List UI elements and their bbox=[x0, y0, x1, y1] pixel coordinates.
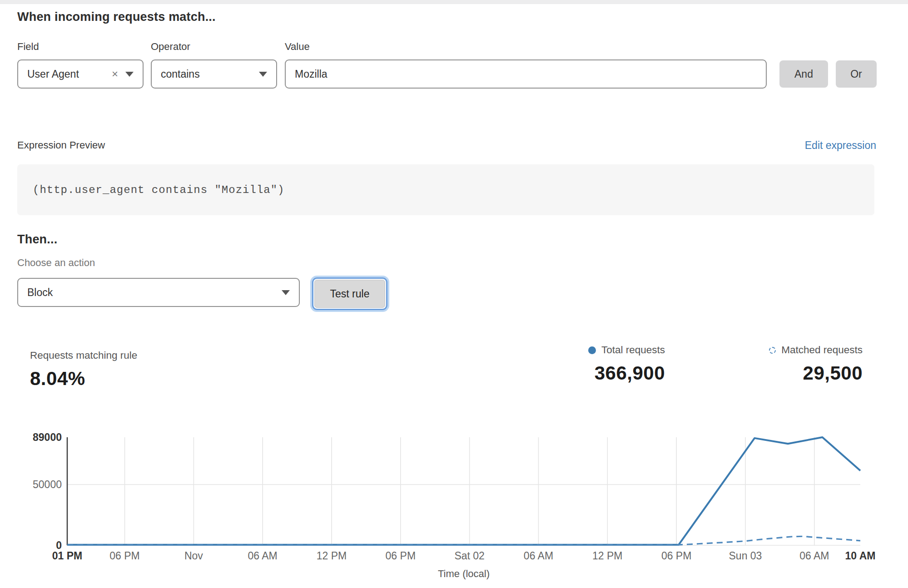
stat-total-label: Total requests bbox=[601, 344, 665, 356]
expression-preview-label: Expression Preview bbox=[17, 139, 105, 151]
svg-text:Sat 02: Sat 02 bbox=[454, 550, 485, 562]
svg-text:89000: 89000 bbox=[33, 431, 62, 443]
svg-text:06 AM: 06 AM bbox=[799, 550, 829, 562]
svg-text:06 PM: 06 PM bbox=[386, 550, 416, 562]
and-button[interactable]: And bbox=[779, 60, 828, 88]
stat-total: Total requests 366,900 bbox=[588, 344, 665, 384]
stat-total-value: 366,900 bbox=[588, 362, 665, 384]
operator-select-value: contains bbox=[161, 68, 252, 80]
field-select-value: User Agent bbox=[27, 68, 106, 80]
svg-text:50000: 50000 bbox=[33, 479, 62, 490]
stat-matching-value: 8.04% bbox=[30, 368, 137, 390]
operator-label: Operator bbox=[151, 41, 190, 53]
expression-code: (http.user_agent contains "Mozilla") bbox=[33, 184, 284, 196]
matched-requests-legend-icon bbox=[769, 347, 776, 354]
test-rule-button[interactable]: Test rule bbox=[314, 280, 385, 308]
svg-text:06 PM: 06 PM bbox=[661, 550, 691, 562]
field-select[interactable]: User Agent × bbox=[17, 59, 144, 89]
requests-chart: 0500008900001 PM06 PMNov06 AM12 PM06 PMS… bbox=[0, 427, 908, 588]
svg-text:Sun 03: Sun 03 bbox=[729, 550, 762, 562]
page-title: When incoming requests match... bbox=[17, 10, 216, 24]
top-divider bbox=[0, 0, 908, 4]
chevron-down-icon bbox=[125, 72, 134, 77]
value-input[interactable] bbox=[285, 59, 767, 89]
svg-text:06 PM: 06 PM bbox=[109, 550, 139, 562]
stat-matched-value: 29,500 bbox=[769, 362, 863, 384]
choose-action-label: Choose an action bbox=[17, 257, 95, 269]
action-select-value: Block bbox=[27, 287, 274, 299]
operator-select[interactable]: contains bbox=[151, 59, 277, 89]
svg-text:Time (local): Time (local) bbox=[438, 568, 490, 579]
svg-text:01 PM: 01 PM bbox=[52, 550, 82, 562]
svg-text:12 PM: 12 PM bbox=[592, 550, 622, 562]
stat-matching-label: Requests matching rule bbox=[30, 350, 137, 361]
svg-text:12 PM: 12 PM bbox=[317, 550, 347, 562]
svg-text:Nov: Nov bbox=[184, 550, 203, 562]
chevron-down-icon bbox=[282, 290, 290, 295]
action-select[interactable]: Block bbox=[17, 278, 300, 307]
or-button[interactable]: Or bbox=[836, 60, 877, 88]
series-dashed bbox=[67, 536, 860, 545]
svg-text:10 AM: 10 AM bbox=[845, 550, 876, 562]
requests-chart-svg: 0500008900001 PM06 PMNov06 AM12 PM06 PMS… bbox=[0, 427, 908, 588]
svg-text:06 AM: 06 AM bbox=[248, 550, 278, 562]
value-label: Value bbox=[285, 41, 310, 53]
chevron-down-icon bbox=[259, 72, 267, 77]
clear-icon[interactable]: × bbox=[112, 69, 118, 79]
expression-code-box: (http.user_agent contains "Mozilla") bbox=[17, 164, 874, 215]
series-solid bbox=[67, 437, 860, 545]
stat-matching: Requests matching rule 8.04% bbox=[30, 350, 137, 390]
stat-matched-label: Matched requests bbox=[781, 344, 863, 356]
firewall-rule-editor: When incoming requests match... Field Op… bbox=[0, 0, 908, 588]
edit-expression-link[interactable]: Edit expression bbox=[805, 139, 876, 152]
total-requests-legend-icon bbox=[588, 346, 596, 354]
svg-text:06 AM: 06 AM bbox=[524, 550, 553, 562]
then-heading: Then... bbox=[17, 232, 57, 247]
stat-matched: Matched requests 29,500 bbox=[769, 344, 863, 384]
field-label: Field bbox=[17, 41, 39, 53]
